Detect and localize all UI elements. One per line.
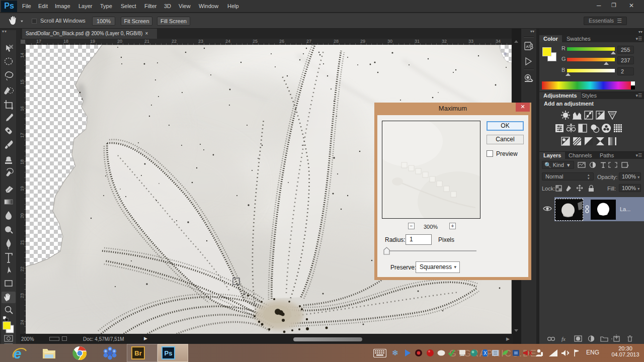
svg-text:❄: ❄ [392, 348, 398, 357]
svg-text:fx: fx [561, 336, 566, 342]
